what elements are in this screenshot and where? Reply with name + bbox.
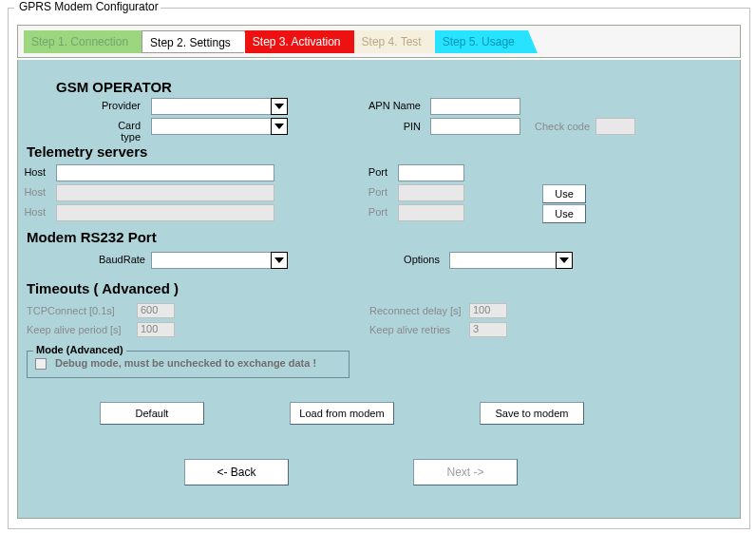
save-button[interactable]: Save to modem <box>480 402 584 425</box>
tab-connection[interactable]: Step 1. Connection <box>24 30 142 53</box>
default-button[interactable]: Default <box>100 402 204 425</box>
chevron-down-icon <box>271 118 288 135</box>
host2-input <box>56 184 274 201</box>
reconnect-label: Reconnect delay [s] <box>369 305 467 316</box>
options-select[interactable] <box>449 252 573 269</box>
tcpconnect-label: TCPConnect [0.1s] <box>27 305 121 316</box>
cardtype-label: Card type <box>99 120 146 143</box>
settings-panel: GSM OPERATOR Provider Card type APN Name… <box>17 60 741 519</box>
options-label: Options <box>398 254 445 265</box>
baudrate-select[interactable] <box>151 252 288 269</box>
provider-label: Provider <box>99 100 146 111</box>
rs232-heading: Modem RS232 Port <box>27 229 157 245</box>
chevron-down-icon <box>271 98 288 115</box>
tab-connection-label: Step 1. Connection <box>31 35 128 48</box>
provider-select[interactable] <box>151 98 288 115</box>
port2-input <box>398 184 464 201</box>
tab-settings-label: Step 2. Settings <box>150 36 231 49</box>
pin-input[interactable] <box>430 118 520 135</box>
svg-marker-1 <box>274 124 284 129</box>
tab-test-label: Step 4. Test <box>362 35 422 48</box>
retries-label: Keep alive retries <box>369 324 456 335</box>
chevron-down-icon <box>271 252 288 269</box>
retries-input: 3 <box>469 322 507 337</box>
apn-input[interactable] <box>430 98 520 115</box>
port3-label: Port <box>360 206 393 218</box>
port2-label: Port <box>360 186 393 198</box>
tab-activation-label: Step 3. Activation <box>253 35 341 48</box>
host3-input <box>56 204 274 221</box>
next-button[interactable]: Next -> <box>413 459 518 485</box>
svg-marker-3 <box>559 257 569 263</box>
timeouts-heading: Timeouts ( Advanced ) <box>27 280 179 296</box>
port3-input <box>398 204 464 221</box>
host3-label: Host <box>18 206 51 218</box>
tab-test[interactable]: Step 4. Test <box>354 30 435 53</box>
mode-group: Mode (Advanced) Debug mode, must be unch… <box>27 351 350 378</box>
tab-settings[interactable]: Step 2. Settings <box>142 30 245 53</box>
check-code-label: Check code <box>535 121 595 132</box>
host2-label: Host <box>18 186 51 198</box>
baudrate-label: BaudRate <box>99 254 146 265</box>
tcpconnect-input: 600 <box>137 303 175 318</box>
apn-label: APN Name <box>360 100 426 111</box>
pin-label: PIN <box>360 121 426 132</box>
tab-usage[interactable]: Step 5. Usage <box>435 30 528 53</box>
debug-label: Debug mode, must be unchecked to exchang… <box>55 357 316 369</box>
use3-button[interactable]: Use <box>542 204 586 223</box>
chevron-down-icon <box>556 252 573 269</box>
port1-input[interactable] <box>398 164 464 181</box>
load-button[interactable]: Load from modem <box>290 402 394 425</box>
debug-checkbox[interactable] <box>35 358 47 370</box>
keepalive-label: Keep alive period [s] <box>27 324 127 335</box>
host1-label: Host <box>18 166 51 178</box>
wizard-tabs: Step 1. Connection Step 2. Settings Step… <box>17 25 741 58</box>
svg-marker-0 <box>274 104 284 109</box>
svg-marker-2 <box>274 257 284 263</box>
cardtype-select[interactable] <box>151 118 288 135</box>
tab-activation[interactable]: Step 3. Activation <box>245 30 354 53</box>
host1-input[interactable] <box>56 164 274 181</box>
gsm-heading: GSM OPERATOR <box>56 79 702 95</box>
window-title: GPRS Modem Configurator <box>16 0 161 13</box>
check-code-display <box>595 118 635 135</box>
port1-label: Port <box>360 166 393 178</box>
reconnect-input: 100 <box>469 303 507 318</box>
telemetry-heading: Telemetry servers <box>27 143 147 160</box>
back-button[interactable]: <- Back <box>184 459 289 485</box>
use2-button[interactable]: Use <box>542 184 586 203</box>
tab-usage-label: Step 5. Usage <box>443 35 515 48</box>
mode-legend: Mode (Advanced) <box>33 344 126 355</box>
keepalive-input: 100 <box>137 322 175 337</box>
